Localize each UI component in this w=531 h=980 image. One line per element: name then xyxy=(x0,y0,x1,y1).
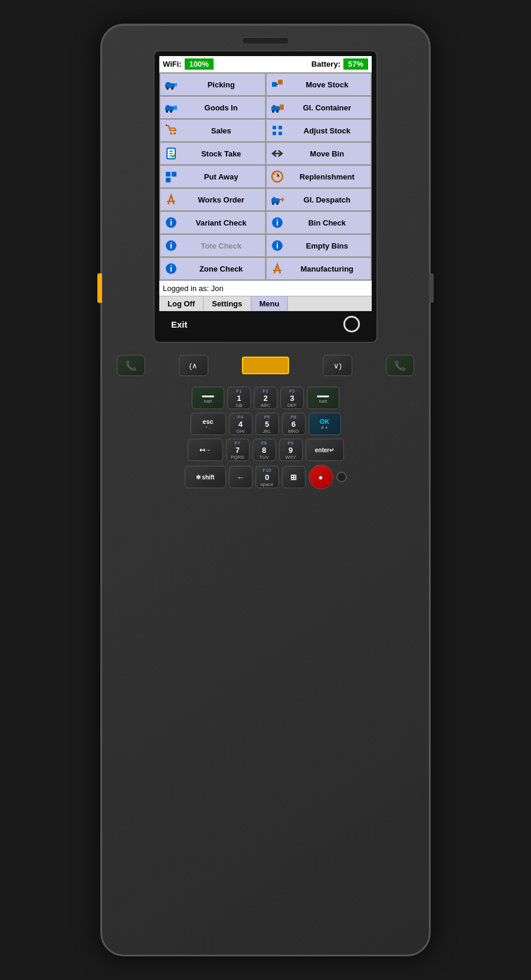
tote_check-icon: i xyxy=(164,239,178,253)
key-f6-6[interactable]: F6 6 MNO xyxy=(282,413,306,435)
svg-text:i: i xyxy=(276,218,278,227)
home-button[interactable] xyxy=(343,316,360,332)
nav-up-button[interactable]: (∧ xyxy=(179,355,208,376)
picking-icon xyxy=(164,77,178,92)
menu-item-variant_check[interactable]: i Variant Check xyxy=(160,211,266,234)
stock_take-label: Stock Take xyxy=(181,149,261,158)
manufacturing-icon xyxy=(270,262,284,276)
key-tab[interactable]: ↤→ xyxy=(188,439,223,461)
side-button-left[interactable] xyxy=(97,273,102,303)
gi_despatch-label: GI. Despatch xyxy=(287,195,368,204)
adjust_stock-label: Adjust Stock xyxy=(287,126,368,135)
menu-item-bin_check[interactable]: i Bin Check xyxy=(266,211,372,234)
tab-bar: Log OffSettingsMenu xyxy=(159,296,372,311)
key-shift[interactable]: ✻ shift xyxy=(185,466,226,488)
menu-item-zone_check[interactable]: i Zone Check xyxy=(160,257,266,280)
nav-buttons-row: 📞 (∧ ∨) 📞 xyxy=(111,350,420,381)
move_bin-icon xyxy=(270,146,284,161)
key-row-2: esc * - F4 4 GHI F5 5 JKL F6 6 MNO OK # … xyxy=(116,413,415,435)
key-f7-7[interactable]: F7 7 PQRS xyxy=(226,439,250,461)
key-row-4: ✻ shift ← F10 0 space ⊞ ● xyxy=(116,465,415,489)
key-f4-4[interactable]: F4 4 GHI xyxy=(229,413,253,435)
wifi-value: 100% xyxy=(185,58,214,70)
nav-down-button[interactable]: ∨) xyxy=(323,355,352,376)
menu-item-move_bin[interactable]: Move Bin xyxy=(266,142,372,165)
empty_bins-label: Empty Bins xyxy=(287,241,368,250)
key-battery-icon[interactable]: ▬▬ batt xyxy=(192,387,224,409)
key-enter[interactable]: enter↵ xyxy=(306,439,344,461)
key-windows[interactable]: ⊞ xyxy=(282,466,306,488)
key-battery2-icon[interactable]: ▬▬ batt xyxy=(307,387,339,409)
key-f10-0[interactable]: F10 0 space xyxy=(255,466,279,488)
menu-item-sales[interactable]: Sales xyxy=(160,119,266,142)
menu-item-gi_container[interactable]: GI. Container xyxy=(266,96,372,119)
key-f1-1[interactable]: F1 1 1@ xyxy=(227,387,251,409)
menu-item-goods_in[interactable]: Goods In xyxy=(160,96,266,119)
manufacturing-label: Manufacturing xyxy=(287,264,368,273)
menu-item-stock_take[interactable]: Stock Take xyxy=(160,142,266,165)
tote_check-label: Tote Check xyxy=(181,241,261,250)
tab-logoff[interactable]: Log Off xyxy=(159,296,204,311)
gi_despatch-icon xyxy=(270,192,284,207)
screen: WiFi: 100% Battery: 57% Picking Move Sto… xyxy=(159,56,372,337)
svg-rect-19 xyxy=(273,126,276,129)
sales-icon xyxy=(164,123,178,138)
svg-point-18 xyxy=(173,132,176,135)
svg-rect-25 xyxy=(172,172,176,177)
svg-rect-20 xyxy=(278,126,282,129)
move_bin-label: Move Bin xyxy=(287,149,368,158)
menu-item-put_away[interactable]: Put Away xyxy=(160,165,266,188)
bin_check-label: Bin Check xyxy=(287,218,368,227)
battery-group: Battery: 57% xyxy=(312,58,368,70)
logged-in-bar: Logged in as: Jon xyxy=(159,280,372,296)
svg-point-15 xyxy=(276,110,278,113)
svg-text:i: i xyxy=(170,218,172,227)
nav-yellow-button[interactable] xyxy=(242,357,289,374)
zone_check-label: Zone Check xyxy=(181,264,261,273)
svg-text:i: i xyxy=(276,241,278,250)
variant_check-icon: i xyxy=(164,215,178,230)
key-f2-2[interactable]: F2 2 ABC xyxy=(254,387,277,409)
key-f8-8[interactable]: F8 8 TUV xyxy=(253,439,276,461)
call-red-button[interactable]: 📞 xyxy=(386,355,414,376)
key-esc[interactable]: esc * - xyxy=(191,413,226,435)
svg-rect-28 xyxy=(271,198,280,203)
side-button-right[interactable] xyxy=(429,273,434,303)
key-f5-5[interactable]: F5 5 JKL xyxy=(255,413,279,435)
menu-item-gi_despatch[interactable]: GI. Despatch xyxy=(266,188,372,211)
screen-bezel: WiFi: 100% Battery: 57% Picking Move Sto… xyxy=(153,50,378,343)
key-f9-9[interactable]: F9 9 WXY xyxy=(279,439,303,461)
tab-settings[interactable]: Settings xyxy=(204,296,251,311)
exit-button[interactable]: Exit xyxy=(171,319,188,329)
menu-item-empty_bins[interactable]: i Empty Bins xyxy=(266,234,372,257)
svg-rect-24 xyxy=(166,172,171,177)
svg-rect-16 xyxy=(280,104,284,110)
speaker-grill xyxy=(242,37,289,44)
menu-item-manufacturing[interactable]: Manufacturing xyxy=(266,257,372,280)
menu-item-adjust_stock[interactable]: Adjust Stock xyxy=(266,119,372,142)
svg-point-30 xyxy=(272,202,274,205)
svg-point-9 xyxy=(166,110,168,113)
key-f3-3[interactable]: F3 3 DEF xyxy=(280,387,304,409)
handheld-device: WiFi: 100% Battery: 57% Picking Move Sto… xyxy=(100,24,431,956)
svg-text:i: i xyxy=(170,264,172,273)
works_order-icon xyxy=(164,192,178,207)
tab-menu[interactable]: Menu xyxy=(251,296,289,311)
menu-item-picking[interactable]: Picking xyxy=(160,73,266,96)
key-backspace[interactable]: ← xyxy=(229,466,253,488)
menu-item-works_order[interactable]: Works Order xyxy=(160,188,266,211)
svg-point-14 xyxy=(272,110,274,113)
put_away-icon xyxy=(164,169,178,184)
key-row-3: ↤→ F7 7 PQRS F8 8 TUV F9 9 WXY enter↵ xyxy=(116,439,415,461)
svg-rect-5 xyxy=(272,82,277,87)
svg-point-17 xyxy=(170,132,172,135)
call-green-button[interactable]: 📞 xyxy=(117,355,145,376)
device-top xyxy=(111,37,420,44)
menu-item-replenishment[interactable]: Replenishment xyxy=(266,165,372,188)
logged-in-text: Logged in as: Jon xyxy=(163,284,224,293)
key-ok[interactable]: OK # + xyxy=(309,413,341,435)
key-red-power[interactable]: ● xyxy=(309,465,333,489)
svg-rect-8 xyxy=(166,105,169,107)
bin_check-icon: i xyxy=(270,215,284,230)
menu-item-move_stock[interactable]: Move Stock xyxy=(266,73,372,96)
